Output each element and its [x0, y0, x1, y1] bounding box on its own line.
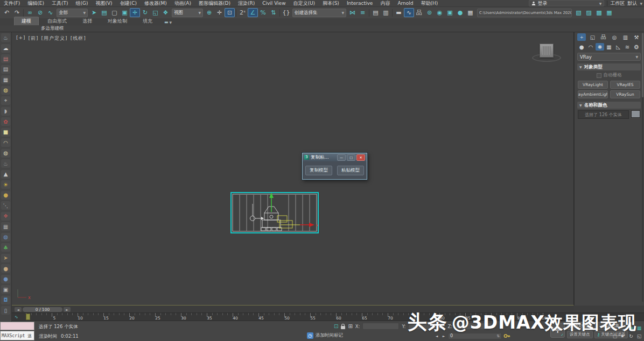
toggle-scene-explorer-icon[interactable]: ▤	[370, 8, 381, 17]
maxscript-mini-listener[interactable]: MAXScript 迷	[0, 331, 34, 340]
list-window-icon[interactable]: ▤	[1, 65, 10, 74]
grid-window-icon[interactable]: ▦	[1, 75, 10, 84]
space-warps-icon[interactable]: ≋	[623, 43, 632, 51]
panel-scrollbar[interactable]	[642, 33, 643, 302]
viewport-menu-user[interactable]: [用户定义]	[41, 35, 68, 42]
menu-item-6[interactable]: 修改器(M)	[141, 0, 171, 6]
category-dropdown[interactable]: VRay ▼	[577, 53, 641, 61]
document-icon[interactable]: ▯	[1, 306, 10, 315]
viewport[interactable]: [+] [前] [用户定义] [线框] x	[11, 32, 574, 306]
viewcube[interactable]	[531, 41, 562, 62]
menu-item-13[interactable]: Interactive	[343, 0, 376, 6]
render-window-icon[interactable]: ▤	[1, 54, 10, 63]
spinner-snap-icon[interactable]: ⇅	[268, 8, 278, 17]
object-type-button-VRaySun[interactable]: VRaySun	[610, 90, 640, 98]
state-sets-icon[interactable]: ▦	[465, 8, 475, 17]
menu-item-14[interactable]: 内容	[376, 0, 394, 6]
globe-icon[interactable]: ◍	[1, 233, 10, 241]
menu-item-1[interactable]: 编辑(E)	[24, 0, 48, 6]
zoom-extents-all-icon[interactable]: ▦	[635, 324, 643, 332]
dialog-title-bar[interactable]: 3 复制粘... — □ ✕	[303, 153, 367, 161]
ribbon-media-toggle[interactable]: ▬▼	[161, 19, 175, 25]
align-icon[interactable]: ≡	[358, 8, 368, 17]
menu-item-7[interactable]: 动画(A)	[171, 0, 195, 6]
time-slider-marker[interactable]	[26, 314, 30, 320]
teapot-outline-icon[interactable]: ♨	[1, 159, 10, 168]
toggle-layer-explorer-icon[interactable]: ▥	[381, 8, 391, 17]
object-name-field[interactable]: 选择了 126 个实体	[578, 110, 629, 119]
menu-item-9[interactable]: 渲染(R)	[234, 0, 258, 6]
isolate-selection-icon[interactable]: ⊡	[334, 323, 338, 329]
window-small-icon[interactable]: ▣	[1, 285, 10, 294]
scene-wireframe[interactable]: x	[230, 190, 323, 240]
close-button[interactable]: ✕	[356, 154, 365, 161]
scrollbar-thumb[interactable]	[642, 33, 643, 97]
paste-model-button[interactable]: 粘贴模型	[337, 166, 364, 175]
project-folder-field[interactable]: C:\Users\Administrator\Documents\3ds Max…	[477, 9, 572, 17]
half-sphere-icon[interactable]: ◗	[1, 107, 10, 116]
chevron-down-icon[interactable]: ▼	[640, 2, 642, 5]
object-color-swatch[interactable]	[631, 110, 640, 118]
keyboard-shortcut-override-icon[interactable]: ⊡	[225, 8, 235, 17]
project-recent-icon[interactable]: ▦	[604, 8, 614, 17]
polygon-modeling-panel[interactable]: 多边形建模	[41, 25, 64, 32]
snaps-toggle-icon[interactable]: 2ˢ	[237, 8, 248, 17]
menu-item-2[interactable]: 工具(T)	[48, 0, 72, 6]
select-and-link-icon[interactable]: ∞	[25, 8, 35, 17]
curve-editor-icon[interactable]: ∿	[404, 8, 414, 17]
object-type-button-VRayLight[interactable]: VRayLight	[578, 81, 608, 89]
ribbon-tab-1[interactable]: 自由形式	[40, 17, 74, 25]
autogrid-row[interactable]: 自动栅格	[577, 72, 641, 79]
schematic-view-icon[interactable]: 品	[414, 8, 424, 17]
copy-paste-dialog[interactable]: 3 复制粘... — □ ✕ 复制模型 粘贴模型	[302, 153, 367, 180]
maximize-button[interactable]: □	[347, 154, 355, 161]
menu-item-11[interactable]: 自定义(U)	[290, 0, 319, 6]
macro-recorder-field[interactable]	[0, 322, 34, 330]
viewport-menu-general[interactable]: [+]	[16, 35, 26, 42]
gold-circle-icon[interactable]: ●	[1, 191, 10, 200]
x-coord-field[interactable]	[362, 323, 399, 330]
rectangular-selection-region-icon[interactable]: ▢	[109, 8, 120, 17]
toggle-ribbon-icon[interactable]: ▬	[394, 8, 404, 17]
render-teapot-icon[interactable]: ♨	[1, 33, 10, 42]
leaves-icon[interactable]: ♣	[1, 243, 10, 252]
edit-named-selection-sets-icon[interactable]: {}	[281, 8, 291, 17]
helpers-icon[interactable]: ◺	[614, 43, 622, 51]
rendered-frame-window-icon[interactable]: ▣	[445, 8, 455, 17]
project-save-icon[interactable]: ▨	[584, 8, 594, 17]
copy-model-button[interactable]: 复制模型	[305, 166, 332, 175]
display-tab-icon[interactable]: ▥	[621, 33, 630, 41]
render-setup-icon[interactable]: ◉	[435, 8, 445, 17]
flower-red-icon[interactable]: ✿	[1, 117, 10, 126]
create-tab-icon[interactable]: ＋	[577, 33, 586, 41]
window-crossing-icon[interactable]: ▣	[120, 8, 130, 17]
project-open-icon[interactable]: ▩	[594, 8, 604, 17]
menu-item-8[interactable]: 图形编辑器(D)	[195, 0, 234, 6]
select-and-place-icon[interactable]: ❖	[160, 8, 171, 17]
previous-frame-button[interactable]: ◄	[15, 307, 22, 312]
viewport-menu-pov[interactable]: [前]	[29, 35, 39, 42]
ribbon-tab-0[interactable]: 建模	[14, 17, 39, 25]
plate-icon[interactable]: ◍	[1, 149, 10, 158]
ribbon-tab-2[interactable]: 选择	[75, 17, 99, 25]
minimize-button[interactable]: —	[337, 154, 346, 161]
render-production-icon[interactable]: ●	[455, 8, 465, 17]
motion-tab-icon[interactable]: ◎	[610, 33, 619, 41]
time-slider-value[interactable]: 0 / 100	[23, 307, 62, 312]
object-type-button-layAmbientLigh[interactable]: layAmbientLigh	[578, 90, 608, 98]
rollout-name-color[interactable]: ▼ 名称和颜色	[577, 102, 641, 109]
blue-sphere-icon[interactable]: ●	[1, 275, 10, 283]
transform-typein-icon[interactable]: ⊞	[348, 323, 352, 329]
menu-item-16[interactable]: 帮助(H)	[417, 0, 442, 6]
selection-lock-icon[interactable]	[341, 326, 345, 329]
unlink-selection-icon[interactable]: ⊘	[35, 8, 45, 17]
select-object-icon[interactable]: ➤	[89, 8, 99, 17]
percent-snap-icon[interactable]: %	[258, 8, 268, 17]
autogrid-checkbox[interactable]	[597, 73, 601, 78]
spheres-red-icon[interactable]: ❖	[1, 212, 10, 221]
menu-item-5[interactable]: 创建(C)	[116, 0, 141, 6]
select-and-manipulate-icon[interactable]: ✛	[214, 8, 225, 17]
viewport-menu-shading[interactable]: [线框]	[71, 35, 86, 42]
systems-icon[interactable]: ❂	[632, 43, 641, 51]
environment-cloud-icon[interactable]: ☁	[1, 44, 10, 53]
